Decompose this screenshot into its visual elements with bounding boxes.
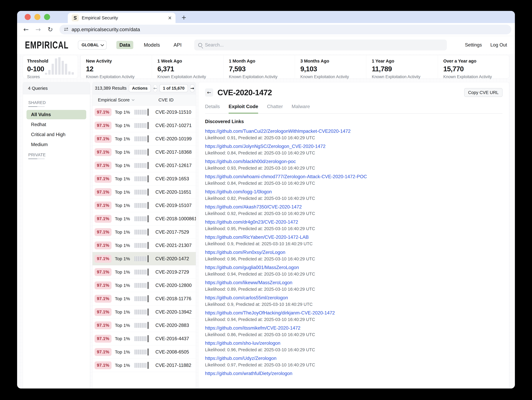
main-nav: DataModelsAPI bbox=[116, 41, 185, 49]
score-distribution-sparkline bbox=[134, 188, 149, 196]
table-row[interactable]: 97.1% Top 1% CVE-2018-1000861 bbox=[92, 212, 196, 226]
github-link[interactable]: https://github.com/carlos55ml/zerologon bbox=[205, 295, 288, 301]
link-item: https://github.com/Rvn0xsy/ZeroLogon Lik… bbox=[205, 249, 502, 261]
github-link[interactable]: https://github.com/itssmikefm/CVE-2020-1… bbox=[205, 325, 300, 331]
table-row[interactable]: 97.1% Top 1% CVE-2020-12800 bbox=[92, 279, 196, 292]
table-row[interactable]: 97.1% Top 1% CVE-2019-15107 bbox=[92, 199, 196, 212]
table-row[interactable]: 97.1% Top 1% CVE-2017-12617 bbox=[92, 159, 196, 172]
github-link[interactable]: https://github.com/whoami-chmod777/Zerol… bbox=[205, 174, 367, 180]
table-row[interactable]: 97.1% Top 1% CVE-2008-6505 bbox=[92, 345, 196, 359]
cve-id: CVE-2017-18368 bbox=[155, 149, 192, 155]
logout-link[interactable]: Log Out bbox=[490, 42, 507, 48]
table-row[interactable]: 97.1% Top 1% CVE-2019-2729 bbox=[92, 265, 196, 279]
nav-item[interactable]: Models bbox=[141, 41, 163, 49]
detail-tab[interactable]: Chatter bbox=[267, 104, 283, 114]
nav-item[interactable]: Data bbox=[116, 41, 133, 49]
forward-icon[interactable]: → bbox=[33, 26, 44, 33]
next-page-button[interactable]: → bbox=[190, 84, 194, 92]
cve-id: CVE-2008-6505 bbox=[155, 349, 189, 355]
github-link[interactable]: https://github.com/dr4g0n23/CVE-2020-147… bbox=[205, 219, 298, 225]
score-badge: 97.1% bbox=[95, 122, 112, 129]
table-row[interactable]: 97.1% Top 1% CVE-2021-21307 bbox=[92, 239, 196, 252]
cve-id: CVE-2019-2729 bbox=[155, 269, 189, 275]
table-row[interactable]: 97.1% Top 1% CVE-2017-11882 bbox=[92, 359, 196, 372]
browser-tab[interactable]: Empirical Security × bbox=[68, 13, 176, 23]
app-header: EMPIRICAL GLOBAL DataModelsAPI Search...… bbox=[17, 36, 515, 54]
new-tab-button[interactable]: + bbox=[182, 14, 186, 21]
table-row[interactable]: 97.1% Top 1% CVE-2017-18368 bbox=[92, 146, 196, 159]
detail-tab[interactable]: Exploit Code bbox=[229, 104, 258, 114]
close-window-button[interactable] bbox=[25, 14, 31, 20]
github-link[interactable]: https://github.com/sho-luv/zerologon bbox=[205, 340, 280, 346]
threshold-caption: Scores bbox=[27, 75, 74, 79]
score-badge: 97.1% bbox=[95, 228, 112, 236]
score-badge: 97.1% bbox=[95, 201, 112, 209]
github-link[interactable]: https://github.com/guglia001/MassZeroLog… bbox=[205, 265, 299, 271]
actions-button[interactable]: Actions bbox=[129, 84, 151, 92]
threshold-histogram bbox=[45, 57, 74, 75]
table-row[interactable]: 97.1% Top 1% CVE-2017-10271 bbox=[92, 119, 196, 132]
back-icon[interactable]: ← bbox=[21, 26, 31, 33]
detail-tab[interactable]: Details bbox=[205, 104, 220, 114]
url-bar[interactable]: app.empiricalsecurity.com/data bbox=[59, 25, 511, 34]
github-link[interactable]: https://github.com/likeww/MassZeroLogon bbox=[205, 280, 292, 286]
link-likelihood: Likelihood: 0.94, Predicted at: 2025-03-… bbox=[205, 317, 502, 322]
query-item[interactable]: All Vulns bbox=[26, 110, 86, 119]
site-info-icon[interactable] bbox=[64, 27, 69, 32]
github-link[interactable]: https://github.com/Akash7350/CVE-2020-14… bbox=[205, 204, 302, 210]
table-row[interactable]: 97.1% Top 1% CVE-2020-1472 bbox=[92, 252, 196, 265]
results-rows: 97.1% Top 1% CVE-2019-11510 97.1% Top 1%… bbox=[92, 105, 196, 388]
github-link[interactable]: https://github.com/logg-1/0logon bbox=[205, 189, 272, 195]
back-button[interactable]: ← bbox=[205, 88, 213, 97]
github-link[interactable]: https://github.com/Rvn0xsy/ZeroLogon bbox=[205, 249, 285, 255]
github-link[interactable]: https://github.com/Udyz/Zerologon bbox=[205, 355, 276, 361]
table-row[interactable]: 97.1% Top 1% CVE-2020-13942 bbox=[92, 305, 196, 319]
page-indicator-button[interactable]: 1 of 15,670 bbox=[159, 84, 188, 92]
search-input[interactable]: Search... bbox=[194, 39, 447, 50]
maximize-window-button[interactable] bbox=[44, 14, 50, 20]
github-link[interactable]: https://github.com/wrathfulDiety/zerolog… bbox=[205, 370, 292, 376]
score-distribution-sparkline bbox=[134, 215, 149, 222]
query-item[interactable]: Medium bbox=[26, 140, 86, 149]
tab-close-icon[interactable]: × bbox=[168, 15, 171, 21]
score-distribution-sparkline bbox=[134, 308, 149, 316]
link-item: https://github.com/TheJoyOfHacking/dirkj… bbox=[205, 310, 502, 322]
cve-id: CVE-2019-1653 bbox=[155, 176, 189, 181]
github-link[interactable]: https://github.com/TuanCui22/ZerologonWi… bbox=[205, 128, 351, 134]
region-selector-button[interactable]: GLOBAL bbox=[78, 41, 107, 50]
github-link[interactable]: https://github.com/JolynNgSC/Zerologon_C… bbox=[205, 143, 325, 149]
github-link[interactable]: https://github.com/RicYaben/CVE-2020-147… bbox=[205, 234, 309, 240]
settings-link[interactable]: Settings bbox=[465, 42, 482, 48]
github-link[interactable]: https://github.com/TheJoyOfHacking/dirkj… bbox=[205, 310, 335, 316]
table-row[interactable]: 97.1% Top 1% CVE-2020-10199 bbox=[92, 132, 196, 146]
detail-tab[interactable]: Malware bbox=[291, 104, 310, 114]
table-row[interactable]: 97.1% Top 1% CVE-2017-7529 bbox=[92, 226, 196, 239]
chevron-down-icon bbox=[101, 43, 104, 46]
link-likelihood: Likelihood: 0.84, Predicted at: 2025-03-… bbox=[205, 150, 502, 155]
copy-cve-url-button[interactable]: Copy CVE URL bbox=[464, 88, 502, 97]
table-row[interactable]: 97.1% Top 1% CVE-2020-11651 bbox=[92, 186, 196, 199]
query-item[interactable]: Critical and High bbox=[26, 130, 86, 139]
github-link[interactable]: https://github.com/blackh00d/zerologon-p… bbox=[205, 159, 296, 165]
cve-id: CVE-2020-2883 bbox=[155, 323, 189, 328]
table-row[interactable]: 97.1% Top 1% CVE-2019-11510 bbox=[92, 105, 196, 119]
minimize-window-button[interactable] bbox=[34, 14, 40, 20]
score-column-header[interactable]: Empirical Score bbox=[98, 97, 158, 103]
table-row[interactable]: 97.1% Top 1% CVE-2016-4437 bbox=[92, 332, 196, 345]
score-column-label: Empirical Score bbox=[98, 97, 130, 103]
query-item[interactable]: Redhat bbox=[26, 120, 86, 129]
detail-header: ← CVE-2020-1472 Copy CVE URL bbox=[205, 88, 502, 97]
link-likelihood: Likelihood: 0.97, Predicted at: 2025-03-… bbox=[205, 362, 502, 368]
table-row[interactable]: 97.1% Top 1% CVE-2019-1653 bbox=[92, 172, 196, 186]
shared-section-label: SHARED bbox=[28, 100, 86, 105]
stat-title: New Activity bbox=[86, 58, 146, 64]
table-row[interactable]: 97.1% Top 1% CVE-2020-2883 bbox=[92, 319, 196, 332]
cve-id: CVE-2018-11776 bbox=[155, 296, 191, 301]
prev-page-button[interactable]: ← bbox=[153, 84, 157, 92]
link-likelihood: Likelihood: 0.96, Predicted at: 2025-03-… bbox=[205, 347, 502, 352]
nav-item[interactable]: API bbox=[171, 41, 185, 49]
sort-chevron-icon bbox=[132, 98, 134, 101]
refresh-icon[interactable]: ↻ bbox=[45, 26, 56, 33]
link-likelihood: Likelihood: 0.94, Predicted at: 2025-03-… bbox=[205, 271, 502, 277]
table-row[interactable]: 97.1% Top 1% CVE-2018-11776 bbox=[92, 292, 196, 305]
